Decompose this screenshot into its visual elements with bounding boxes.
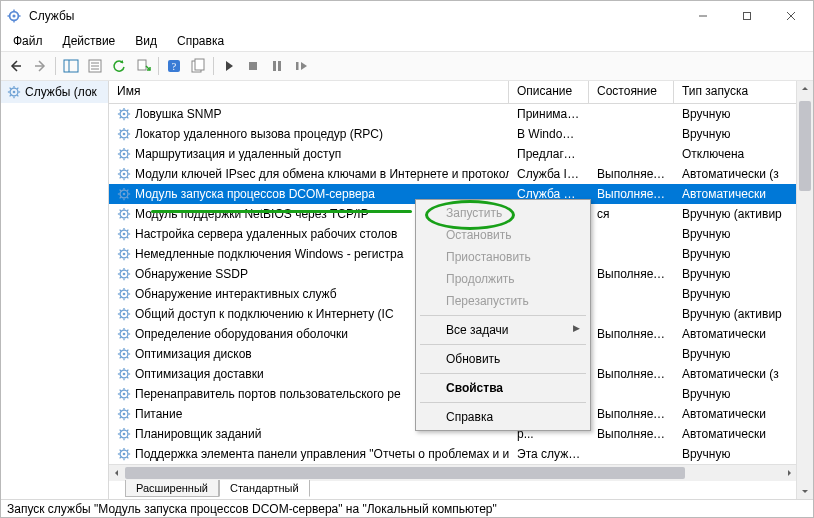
vertical-scroll-thumb[interactable] <box>799 101 811 191</box>
service-start-cell: Автоматически (з <box>674 167 797 181</box>
svg-line-86 <box>127 190 128 191</box>
show-hide-tree-button[interactable] <box>60 55 82 77</box>
service-start-cell: Автоматически (з <box>674 367 797 381</box>
service-row[interactable]: Поддержка элемента панели управления "От… <box>109 444 797 464</box>
menu-help[interactable]: Справка <box>167 32 234 50</box>
svg-point-78 <box>123 193 126 196</box>
service-desc-cell: Эта служб... <box>509 447 589 461</box>
close-button[interactable] <box>769 1 813 31</box>
service-gear-icon <box>117 447 131 461</box>
svg-line-165 <box>120 357 121 358</box>
properties-button[interactable] <box>84 55 106 77</box>
svg-line-63 <box>120 150 121 151</box>
stop-service-button[interactable] <box>242 55 264 77</box>
column-state[interactable]: Состояние <box>589 81 674 103</box>
service-start-cell: Автоматически <box>674 327 797 341</box>
service-row[interactable]: Локатор удаленного вызова процедур (RPC)… <box>109 124 797 144</box>
cm-resume[interactable]: Продолжить <box>418 268 588 290</box>
app-icon <box>1 9 27 23</box>
nav-back-button[interactable] <box>5 55 27 77</box>
service-row[interactable]: Ловушка SNMPПринимае...Вручную <box>109 104 797 124</box>
cm-restart[interactable]: Перезапустить <box>418 290 588 312</box>
options-button[interactable] <box>187 55 209 77</box>
svg-text:?: ? <box>172 61 177 72</box>
menu-action[interactable]: Действие <box>53 32 126 50</box>
cm-pause[interactable]: Приостановить <box>418 246 588 268</box>
service-gear-icon <box>117 127 131 141</box>
svg-line-35 <box>10 95 11 96</box>
nav-forward-button[interactable] <box>29 55 51 77</box>
statusbar: Запуск службы "Модуль запуска процессов … <box>1 499 813 518</box>
svg-point-108 <box>123 253 126 256</box>
svg-line-144 <box>127 317 128 318</box>
column-description[interactable]: Описание <box>509 81 589 103</box>
service-start-cell: Вручную <box>674 127 797 141</box>
menu-file[interactable]: Файл <box>3 32 53 50</box>
service-state-cell: Выполняется <box>589 187 674 201</box>
tab-expanded[interactable]: Расширенный <box>125 480 219 497</box>
service-start-cell: Вручную (активир <box>674 307 797 321</box>
column-name[interactable]: Имя <box>109 81 509 103</box>
cm-stop[interactable]: Остановить <box>418 224 588 246</box>
svg-line-124 <box>127 277 128 278</box>
start-service-button[interactable] <box>218 55 240 77</box>
cm-start[interactable]: Запустить <box>418 202 588 224</box>
main-area: Службы (лок Имя Описание Состояние Тип з… <box>1 81 813 499</box>
scroll-up-button[interactable] <box>797 81 813 97</box>
minimize-button[interactable] <box>681 1 725 31</box>
pause-service-button[interactable] <box>266 55 288 77</box>
svg-point-198 <box>123 433 126 436</box>
toolbar-separator <box>213 57 214 75</box>
service-start-cell: Отключена <box>674 147 797 161</box>
svg-line-136 <box>127 290 128 291</box>
svg-line-75 <box>120 177 121 178</box>
cm-properties[interactable]: Свойства <box>418 377 588 399</box>
toolbar-separator <box>158 57 159 75</box>
scroll-down-button[interactable] <box>797 483 813 499</box>
svg-line-43 <box>120 110 121 111</box>
export-list-button[interactable] <box>132 55 154 77</box>
scroll-left-button[interactable] <box>109 465 125 481</box>
service-row[interactable]: Маршрутизация и удаленный доступПредлага… <box>109 144 797 164</box>
horizontal-scrollbar[interactable] <box>109 464 797 481</box>
svg-line-185 <box>120 397 121 398</box>
maximize-button[interactable] <box>725 1 769 31</box>
menu-view[interactable]: Вид <box>125 32 167 50</box>
service-gear-icon <box>117 387 131 401</box>
column-startup-type[interactable]: Тип запуска <box>674 81 797 103</box>
svg-line-194 <box>127 417 128 418</box>
cm-separator <box>420 373 586 374</box>
scroll-right-button[interactable] <box>781 465 797 481</box>
svg-line-125 <box>120 277 121 278</box>
help-button[interactable]: ? <box>163 55 185 77</box>
service-row[interactable]: Модули ключей IPsec для обмена ключами в… <box>109 164 797 184</box>
view-tabs: Расширенный Стандартный <box>109 481 797 499</box>
svg-line-66 <box>127 150 128 151</box>
toolbar-separator <box>55 57 56 75</box>
svg-rect-18 <box>138 60 146 70</box>
service-start-cell: Вручную <box>674 227 797 241</box>
tree-node-services-local[interactable]: Службы (лок <box>1 81 108 103</box>
svg-line-104 <box>127 237 128 238</box>
cm-refresh[interactable]: Обновить <box>418 348 588 370</box>
restart-service-button[interactable] <box>290 55 312 77</box>
svg-line-135 <box>120 297 121 298</box>
svg-line-193 <box>120 410 121 411</box>
horizontal-scroll-thumb[interactable] <box>125 467 685 479</box>
cm-all-tasks[interactable]: Все задачи▶ <box>418 319 588 341</box>
svg-point-138 <box>123 313 126 316</box>
svg-line-116 <box>127 250 128 251</box>
vertical-scrollbar[interactable] <box>796 81 813 499</box>
window-controls <box>681 1 813 31</box>
svg-line-113 <box>120 250 121 251</box>
service-desc-cell: Принимае... <box>509 107 589 121</box>
service-state-cell: Выполняется <box>589 167 674 181</box>
svg-line-55 <box>120 137 121 138</box>
svg-rect-23 <box>249 62 257 70</box>
svg-rect-25 <box>278 61 281 71</box>
tab-standard[interactable]: Стандартный <box>219 480 310 497</box>
refresh-button[interactable] <box>108 55 130 77</box>
svg-line-213 <box>120 450 121 451</box>
cm-help[interactable]: Справка <box>418 406 588 428</box>
svg-line-76 <box>127 170 128 171</box>
